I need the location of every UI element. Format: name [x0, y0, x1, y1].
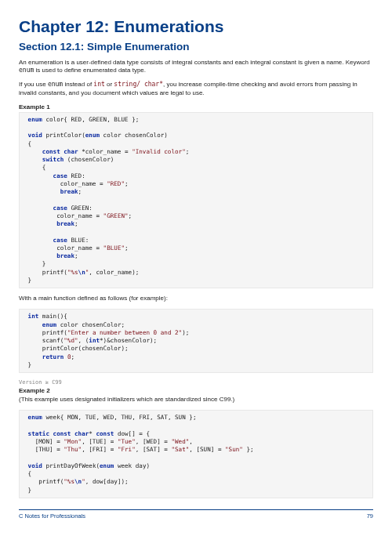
footer: C Notes for Professionals 79	[19, 509, 373, 520]
between-paragraph: With a main function defined as follows …	[19, 295, 373, 302]
text: is used to define enumerated data type.	[34, 67, 146, 74]
text-slash: /	[136, 81, 144, 88]
version-note: Version ≥ C99	[19, 379, 373, 386]
text: or	[105, 81, 114, 88]
text: If you use	[19, 81, 48, 88]
code-block-1: enum color{ RED, GREEN, BLUE }; void pri…	[19, 112, 373, 288]
paragraph-1: An enumeration is a user-defined data ty…	[19, 59, 373, 74]
code-block-2: int main(){ enum color chosenColor; prin…	[19, 309, 373, 373]
keyword-int: int	[93, 81, 104, 88]
chapter-title: Chapter 12: Enumerations	[19, 17, 373, 36]
section-title: Section 12.1: Simple Enumeration	[19, 41, 373, 53]
keyword-charptr: char*	[144, 81, 163, 88]
keyword-enum: enum	[48, 81, 63, 88]
text: An enumeration is a user-defined data ty…	[19, 59, 370, 66]
example-2-label: Example 2	[19, 387, 373, 394]
example-2-intro: (This example uses designated initialize…	[19, 396, 373, 404]
keyword-string: string	[114, 81, 136, 88]
paragraph-2: If you use enum instead of int or string…	[19, 81, 373, 96]
footer-left: C Notes for Professionals	[19, 512, 85, 520]
code-block-3: enum week{ MON, TUE, WED, THU, FRI, SAT,…	[19, 410, 373, 498]
page-number: 79	[367, 512, 373, 520]
text: instead of	[63, 81, 93, 88]
keyword-enum: enum	[19, 67, 34, 74]
example-1-label: Example 1	[19, 103, 373, 110]
